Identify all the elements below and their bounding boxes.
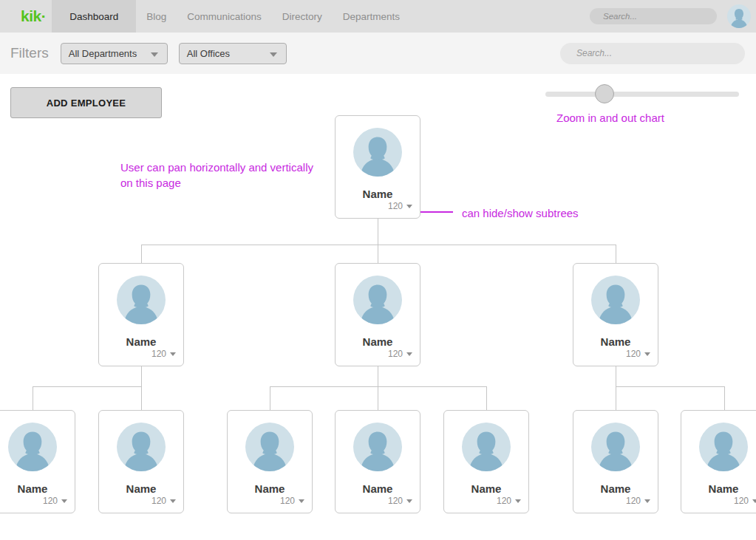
employee-name: Name — [681, 482, 756, 495]
user-avatar-icon[interactable] — [727, 4, 751, 28]
subtree-toggle[interactable]: 120 — [388, 349, 412, 359]
annotation-hide-show-subtrees: can hide/show subtrees — [462, 205, 579, 221]
person-avatar-icon — [245, 423, 294, 471]
chevron-down-icon — [61, 499, 67, 503]
report-count: 120 — [388, 349, 403, 359]
employee-card-l3-3[interactable]: Name 120 — [227, 410, 313, 513]
employee-name: Name — [336, 482, 420, 495]
filters-label: Filters — [10, 45, 49, 61]
chevron-down-icon — [170, 499, 176, 503]
office-filter-dropdown[interactable]: All Offices — [179, 43, 287, 64]
department-filter-value: All Departments — [69, 48, 137, 59]
connector-line — [378, 245, 378, 263]
add-employee-button[interactable]: ADD EMPLOYEE — [10, 87, 162, 118]
report-count: 120 — [151, 496, 166, 506]
chevron-down-icon — [515, 499, 521, 503]
employee-card-l3-1[interactable]: Name 120 — [0, 410, 75, 513]
subtree-toggle[interactable]: 120 — [388, 496, 412, 506]
connector-line — [616, 386, 724, 387]
employee-card-l3-7[interactable]: Name 120 — [681, 410, 756, 513]
employee-name: Name — [573, 482, 658, 495]
subtree-toggle[interactable]: 120 — [151, 349, 176, 359]
org-chart-dashboard: kik· Dashboard Blog Communications Direc… — [0, 0, 756, 540]
top-navbar: kik· Dashboard Blog Communications Direc… — [0, 0, 756, 33]
kik-logo[interactable]: kik· — [21, 7, 46, 25]
connector-line — [270, 386, 486, 387]
person-avatar-icon — [353, 276, 402, 324]
chevron-down-icon — [151, 52, 158, 57]
nav-right-group — [590, 4, 751, 28]
employee-card-l2-2[interactable]: Name 120 — [335, 263, 420, 366]
department-filter-dropdown[interactable]: All Departments — [61, 43, 168, 64]
chevron-down-icon — [170, 352, 176, 356]
report-count: 120 — [388, 201, 403, 211]
person-avatar-icon — [462, 423, 511, 471]
employee-name: Name — [336, 188, 420, 200]
person-avatar-icon — [353, 128, 402, 177]
employee-name: Name — [573, 335, 658, 348]
employee-card-l3-4[interactable]: Name 120 — [335, 410, 420, 513]
employee-name: Name — [336, 335, 420, 348]
connector-line — [141, 245, 142, 263]
person-avatar-icon — [353, 423, 402, 471]
subtree-toggle[interactable]: 120 — [151, 496, 176, 506]
report-count: 120 — [734, 496, 749, 506]
tab-blog[interactable]: Blog — [136, 0, 177, 33]
zoom-slider-track[interactable] — [545, 92, 739, 97]
person-avatar-icon — [591, 423, 640, 471]
person-avatar-icon — [591, 276, 640, 324]
employee-card-l2-3[interactable]: Name 120 — [573, 263, 658, 366]
employee-name: Name — [99, 482, 183, 495]
filters-search-input[interactable] — [560, 43, 745, 64]
filters-bar: Filters All Departments All Offices — [0, 33, 756, 74]
tab-departments[interactable]: Departments — [333, 0, 410, 33]
annotation-pointer-line — [419, 211, 453, 213]
subtree-toggle[interactable]: 120 — [280, 496, 304, 506]
connector-line — [33, 386, 141, 387]
employee-card-l3-6[interactable]: Name 120 — [573, 410, 658, 513]
chevron-down-icon — [299, 499, 304, 503]
tab-communications[interactable]: Communications — [177, 0, 272, 33]
connector-line — [378, 366, 378, 410]
subtree-toggle[interactable]: 120 — [626, 349, 650, 359]
connector-line — [378, 219, 378, 245]
connector-line — [270, 386, 270, 410]
nav-search-input[interactable] — [590, 8, 717, 24]
chevron-down-icon — [644, 352, 650, 356]
office-filter-value: All Offices — [187, 48, 230, 59]
connector-line — [724, 386, 725, 410]
connector-line — [486, 386, 487, 410]
employee-name: Name — [0, 482, 75, 495]
person-avatar-icon — [117, 276, 166, 324]
subtree-toggle[interactable]: 120 — [497, 496, 521, 506]
subtree-toggle[interactable]: 120 — [626, 496, 650, 506]
chevron-down-icon — [406, 352, 412, 356]
employee-card-l2-1[interactable]: Name 120 — [98, 263, 184, 366]
report-count: 120 — [43, 496, 58, 506]
subtree-toggle[interactable]: 120 — [388, 201, 412, 211]
nav-tabs: Dashboard Blog Communications Directory … — [52, 0, 410, 33]
chevron-down-icon — [270, 52, 277, 57]
employee-card-root[interactable]: Name 120 — [335, 115, 420, 219]
employee-name: Name — [444, 482, 528, 495]
subtree-toggle[interactable]: 120 — [43, 496, 67, 506]
connector-line — [141, 366, 142, 410]
connector-line — [616, 245, 616, 263]
chevron-down-icon — [752, 499, 756, 503]
employee-card-l3-5[interactable]: Name 120 — [443, 410, 529, 513]
zoom-slider-thumb[interactable] — [595, 84, 614, 103]
person-avatar-icon — [117, 423, 166, 471]
chevron-down-icon — [406, 205, 412, 208]
person-avatar-icon — [699, 423, 748, 471]
annotation-pan-page: User can pan horizontally and vertically… — [120, 160, 321, 191]
employee-card-l3-2[interactable]: Name 120 — [98, 410, 184, 513]
employee-name: Name — [228, 482, 312, 495]
employee-name: Name — [99, 335, 183, 348]
report-count: 120 — [388, 496, 403, 506]
tab-dashboard[interactable]: Dashboard — [52, 0, 136, 33]
report-count: 120 — [626, 496, 641, 506]
report-count: 120 — [151, 349, 166, 359]
subtree-toggle[interactable]: 120 — [734, 496, 756, 506]
tab-directory[interactable]: Directory — [272, 0, 333, 33]
connector-line — [616, 366, 616, 410]
